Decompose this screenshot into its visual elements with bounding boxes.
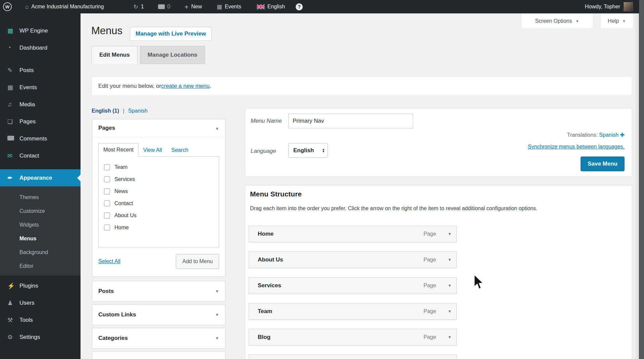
site-name-label: Acme Industrial Manufacturing: [31, 4, 104, 10]
page-checkbox[interactable]: [104, 200, 110, 206]
sidebar-item-wp-engine[interactable]: ▩ WP Engine: [0, 22, 81, 39]
pages-metabox-header[interactable]: Pages ▲: [92, 119, 225, 137]
page-checkbox[interactable]: [104, 164, 110, 170]
scrollbar-thumb[interactable]: [639, 0, 644, 359]
submenu-item-themes[interactable]: Themes: [0, 190, 81, 204]
sidebar-item-wpml[interactable]: ◍ WPML: [0, 354, 81, 359]
tab-view-all[interactable]: View All: [139, 144, 167, 157]
page-checkbox[interactable]: [104, 213, 110, 219]
menu-item-team[interactable]: Team Page ▼: [249, 303, 457, 320]
expand-item-arrow-icon[interactable]: ▼: [448, 335, 452, 340]
menu-name-input[interactable]: [288, 114, 413, 128]
submenu-item-menus[interactable]: Menus: [0, 232, 81, 245]
sidebar-item-comments[interactable]: Comments: [0, 130, 81, 147]
page-checklist-item[interactable]: Team: [104, 161, 219, 173]
select-all-link[interactable]: Select All: [98, 258, 120, 264]
page-checklist-item[interactable]: Contact: [104, 197, 219, 210]
sidebar-label: Media: [19, 101, 35, 108]
howdy-label: Howdy, Topher: [585, 4, 620, 10]
expand-arrow-icon[interactable]: ▼: [215, 336, 219, 341]
notice-text: Edit your menu below, or: [98, 83, 161, 89]
language-switcher-menu[interactable]: English: [252, 0, 289, 13]
menu-item-home[interactable]: Home Page ▼: [249, 226, 457, 242]
sidebar-item-users[interactable]: ♟ Users: [0, 294, 81, 311]
sidebar-item-settings[interactable]: ⚙ Settings: [0, 328, 81, 346]
tab-most-recent[interactable]: Most Recent: [98, 143, 139, 157]
language-select[interactable]: English ▴▾: [288, 143, 328, 158]
page-checklist-item[interactable]: Services: [104, 173, 219, 185]
expand-arrow-icon[interactable]: ▼: [215, 289, 219, 294]
custom-links-metabox-title: Custom Links: [98, 311, 136, 318]
translations-spanish-link[interactable]: Spanish: [599, 132, 618, 138]
tab-manage-locations[interactable]: Manage Locations: [140, 46, 205, 64]
translations-label: Translations:: [567, 132, 598, 138]
language-label: English: [267, 4, 285, 10]
calendar-icon: ▦: [217, 4, 222, 10]
sidebar-label: Plugins: [19, 283, 38, 289]
wp-engine-icon: ▩: [7, 27, 19, 35]
sidebar-item-dashboard[interactable]: ◔ Dashboard: [0, 39, 81, 56]
page-checkbox[interactable]: [104, 176, 110, 182]
menu-item-type: Page: [424, 257, 436, 263]
expand-item-arrow-icon[interactable]: ▼: [448, 283, 452, 288]
submenu-item-editor[interactable]: Editor: [0, 259, 81, 273]
tab-search[interactable]: Search: [167, 144, 193, 157]
new-content-menu[interactable]: + New: [180, 0, 206, 13]
expand-item-arrow-icon[interactable]: ▼: [448, 309, 452, 314]
help-button[interactable]: Help ▼: [600, 13, 634, 29]
create-new-menu-link[interactable]: create a new menu: [161, 83, 210, 89]
sidebar-item-posts[interactable]: ✎ Posts: [0, 62, 81, 79]
account-menu[interactable]: Howdy, Topher: [585, 2, 644, 11]
updates-menu[interactable]: ↻ 1: [129, 0, 148, 13]
plus-icon: +: [184, 3, 188, 10]
settings-icon: ⚙: [7, 334, 19, 341]
page-checklist-item[interactable]: Home: [104, 222, 219, 234]
sidebar-item-tools[interactable]: ⚒ Tools: [0, 311, 81, 328]
menu-item-about-us[interactable]: About Us Page ▼: [249, 251, 457, 268]
sidebar-label: WP Engine: [19, 27, 48, 34]
submenu-item-background[interactable]: Background: [0, 245, 81, 259]
language-filter-english[interactable]: English (1): [92, 108, 119, 114]
expand-item-arrow-icon[interactable]: ▼: [448, 257, 452, 262]
language-filter-spanish[interactable]: Spanish: [128, 108, 148, 114]
help-bubble-menu[interactable]: ?: [291, 0, 307, 13]
comments-menu[interactable]: 0: [154, 0, 175, 13]
save-menu-button[interactable]: Save Menu: [581, 157, 625, 171]
add-translation-icon[interactable]: ✚: [620, 132, 625, 138]
manage-with-live-preview-button[interactable]: Manage with Live Preview: [130, 27, 212, 41]
wordpress-logo-menu[interactable]: W: [0, 0, 16, 13]
sidebar-label: Appearance: [19, 175, 52, 181]
page-title: Menus: [91, 25, 122, 37]
page-checklist-item[interactable]: News: [104, 185, 219, 197]
submenu-item-customize[interactable]: Customize: [0, 204, 81, 218]
expand-arrow-icon[interactable]: ▼: [215, 312, 219, 317]
screen-options-button[interactable]: Screen Options ▼: [521, 13, 593, 29]
page-checklist-item[interactable]: About Us: [104, 210, 219, 222]
appearance-submenu: Themes Customize Widgets Menus Backgroun…: [0, 186, 81, 276]
menu-item-partial[interactable]: [249, 354, 457, 359]
site-name-menu[interactable]: ⌂ Acme Industrial Manufacturing: [21, 0, 108, 13]
page-checkbox[interactable]: [104, 225, 110, 231]
event-categories-metabox-header[interactable]: Event Categories ▼: [92, 351, 226, 359]
uk-flag-icon: [257, 4, 265, 9]
add-to-menu-button[interactable]: Add to Menu: [176, 254, 219, 269]
sidebar-item-contact[interactable]: ✉ Contact: [0, 147, 81, 164]
sidebar-item-media[interactable]: ♫ Media: [0, 96, 81, 113]
sidebar-item-plugins[interactable]: ⚡ Plugins: [0, 277, 81, 294]
categories-metabox-header[interactable]: Categories ▼: [92, 328, 226, 349]
page-checkbox[interactable]: [104, 188, 110, 194]
expand-item-arrow-icon[interactable]: ▼: [448, 232, 452, 236]
menu-item-services[interactable]: Services Page ▼: [249, 277, 457, 294]
events-admin-menu[interactable]: ▦ Events: [212, 0, 246, 13]
custom-links-metabox-header[interactable]: Custom Links ▼: [92, 304, 226, 325]
sidebar-item-appearance[interactable]: ✒ Appearance: [0, 169, 81, 186]
menu-item-blog[interactable]: Blog Page ▼: [249, 329, 457, 346]
translations-row: Translations: Spanish ✚: [567, 132, 625, 138]
submenu-item-widgets[interactable]: Widgets: [0, 218, 81, 232]
tab-edit-menus[interactable]: Edit Menus: [92, 46, 138, 64]
synchronize-menus-link[interactable]: Synchronize menus between languages.: [528, 144, 625, 150]
posts-metabox-header[interactable]: Posts ▼: [92, 281, 226, 302]
collapse-arrow-icon[interactable]: ▲: [215, 126, 219, 130]
sidebar-item-pages[interactable]: ❏ Pages: [0, 113, 81, 130]
sidebar-item-events[interactable]: ▦ Events: [0, 79, 81, 96]
